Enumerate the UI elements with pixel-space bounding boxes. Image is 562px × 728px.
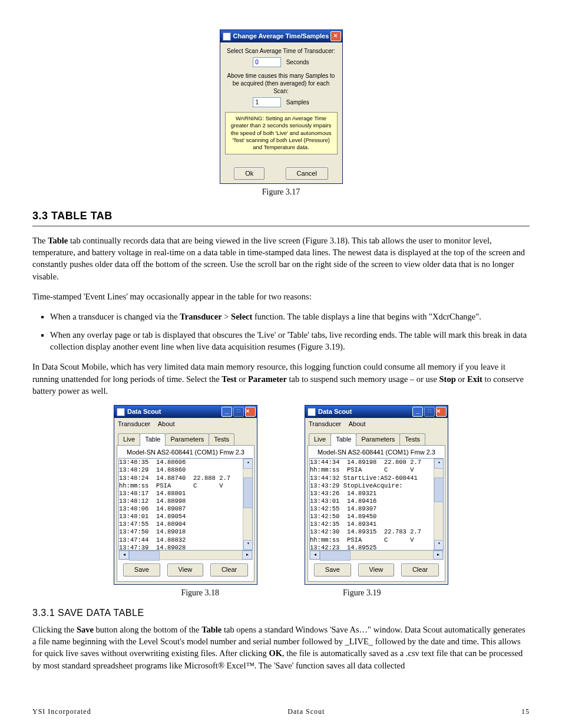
clear-button[interactable]: Clear: [401, 564, 439, 576]
window-title: Data Scout: [127, 407, 220, 416]
view-button[interactable]: View: [358, 564, 395, 576]
menu-about[interactable]: About: [349, 420, 366, 427]
clear-button[interactable]: Clear: [210, 564, 248, 576]
scan-time-label: Select Scan Average Time of Transducer:: [225, 47, 338, 55]
figure-caption-18: Figure 3.18: [181, 587, 219, 599]
bullet-list: When a transducer is changed via the Tra…: [50, 311, 530, 353]
seconds-label: Seconds: [286, 59, 309, 65]
para-3: In Data Scout Mobile, which has very lim…: [32, 361, 530, 397]
bullet-2: When any overlay page or tab is displaye…: [50, 329, 530, 353]
window-titlebar: Data Scout _ □ ×: [114, 406, 257, 418]
minimize-icon[interactable]: _: [412, 407, 423, 417]
dialog-change-average: Change Average Time/Samples × Select Sca…: [220, 29, 343, 184]
data-list[interactable]: 13:48:35 14.88606 13:48:29 14.88860 13:4…: [118, 458, 253, 551]
app-icon: [117, 408, 125, 416]
dialog-title: Change Average Time/Samples: [233, 32, 330, 41]
tab-table[interactable]: Table: [140, 433, 166, 446]
subsection-heading: 3.3.1 SAVE DATA TABLE: [32, 607, 530, 620]
section-rule: [32, 226, 530, 226]
tab-parameters[interactable]: Parameters: [165, 433, 209, 445]
tab-table[interactable]: Table: [330, 433, 356, 446]
menu-transducer[interactable]: Transducer: [118, 420, 150, 427]
section-heading: 3.3 TABLE TAB: [32, 209, 530, 223]
footer-left: YSI Incorporated: [32, 707, 91, 717]
menu-transducer[interactable]: Transducer: [309, 420, 341, 427]
scroll-left-icon[interactable]: ◂: [310, 551, 320, 559]
menu-bar: Transducer About: [305, 418, 448, 430]
warning-box: WARNING: Setting an Average Time greater…: [225, 112, 338, 154]
maximize-icon[interactable]: □: [233, 407, 244, 417]
tab-row: Live Table Parameters Tests: [305, 431, 448, 445]
scroll-up-icon[interactable]: ▴: [243, 459, 253, 469]
scroll-left-icon[interactable]: ◂: [119, 551, 129, 559]
samples-explain: Above time causes this many Samples to b…: [225, 72, 338, 95]
data-scout-window-19: Data Scout _ □ × Transducer About Live T…: [305, 405, 448, 585]
close-icon[interactable]: ×: [245, 407, 256, 417]
footer-center: Data Scout: [287, 707, 325, 717]
menu-about[interactable]: About: [158, 420, 175, 427]
scroll-up-icon[interactable]: ▴: [434, 459, 444, 469]
samples-input[interactable]: 1: [253, 97, 281, 107]
tab-tests[interactable]: Tests: [399, 433, 425, 445]
hscroll-thumb[interactable]: [129, 551, 160, 561]
footer-right: 15: [521, 707, 530, 717]
data-list[interactable]: 13:44:34 14.89198 22.808 2.7 hh:mm:ss PS…: [309, 458, 444, 551]
dialog-titlebar: Change Average Time/Samples ×: [220, 30, 342, 42]
para-2: Time-stamped 'Event Lines' may occasiona…: [32, 291, 530, 302]
window-titlebar: Data Scout _ □ ×: [305, 406, 448, 418]
dialog-body: Select Scan Average Time of Transducer: …: [220, 42, 342, 164]
menu-bar: Transducer About: [114, 418, 257, 430]
tab-row: Live Table Parameters Tests: [114, 431, 257, 445]
scroll-thumb[interactable]: [434, 477, 444, 502]
maximize-icon[interactable]: □: [424, 407, 435, 417]
samples-label: Samples: [286, 99, 309, 106]
horizontal-scrollbar[interactable]: ◂▸: [118, 551, 253, 560]
close-icon[interactable]: ×: [330, 31, 341, 41]
para-1: The Table tab continually records data t…: [32, 235, 530, 282]
tab-live[interactable]: Live: [309, 433, 331, 445]
tab-panel: Model-SN AS2-608441 (COM1) Fmw 2.3 13:44…: [308, 445, 445, 582]
data-scout-window-18: Data Scout _ □ × Transducer About Live T…: [114, 405, 257, 585]
scroll-thumb[interactable]: [243, 477, 253, 508]
app-icon: [223, 32, 231, 41]
bullet-1: When a transducer is changed via the Tra…: [50, 311, 530, 322]
ok-button[interactable]: Ok: [234, 167, 265, 180]
scroll-right-icon[interactable]: ▸: [433, 551, 443, 559]
para-4: Clicking the Save button along the botto…: [32, 624, 530, 671]
tab-tests[interactable]: Tests: [209, 433, 234, 445]
hscroll-thumb[interactable]: [320, 551, 351, 561]
page-footer: YSI Incorporated Data Scout 15: [32, 707, 530, 717]
figure-3-17: Change Average Time/Samples × Select Sca…: [32, 29, 530, 198]
vertical-scrollbar[interactable]: ▴▾: [434, 459, 443, 550]
model-header: Model-SN AS2-608441 (COM1) Fmw 2.3: [309, 447, 444, 458]
save-button[interactable]: Save: [123, 564, 160, 576]
close-icon[interactable]: ×: [436, 407, 447, 417]
figure-caption: Figure 3.17: [32, 186, 530, 198]
horizontal-scrollbar[interactable]: ◂▸: [309, 551, 444, 560]
view-button[interactable]: View: [167, 564, 204, 576]
app-icon: [308, 408, 316, 416]
figure-caption-19: Figure 3.19: [343, 587, 381, 599]
save-button[interactable]: Save: [314, 564, 351, 576]
vertical-scrollbar[interactable]: ▴▾: [243, 459, 252, 550]
window-title: Data Scout: [318, 407, 411, 416]
minimize-icon[interactable]: _: [222, 407, 232, 417]
seconds-input[interactable]: 0: [253, 57, 281, 67]
model-header: Model-SN AS2-608441 (COM1) Fmw 2.3: [118, 447, 253, 458]
tab-parameters[interactable]: Parameters: [356, 433, 400, 445]
cancel-button[interactable]: Cancel: [286, 167, 328, 180]
tab-live[interactable]: Live: [118, 433, 140, 445]
scroll-right-icon[interactable]: ▸: [242, 551, 252, 559]
scroll-down-icon[interactable]: ▾: [243, 540, 253, 550]
scroll-down-icon[interactable]: ▾: [434, 540, 444, 550]
tab-panel: Model-SN AS2-608441 (COM1) Fmw 2.3 13:48…: [117, 445, 254, 582]
